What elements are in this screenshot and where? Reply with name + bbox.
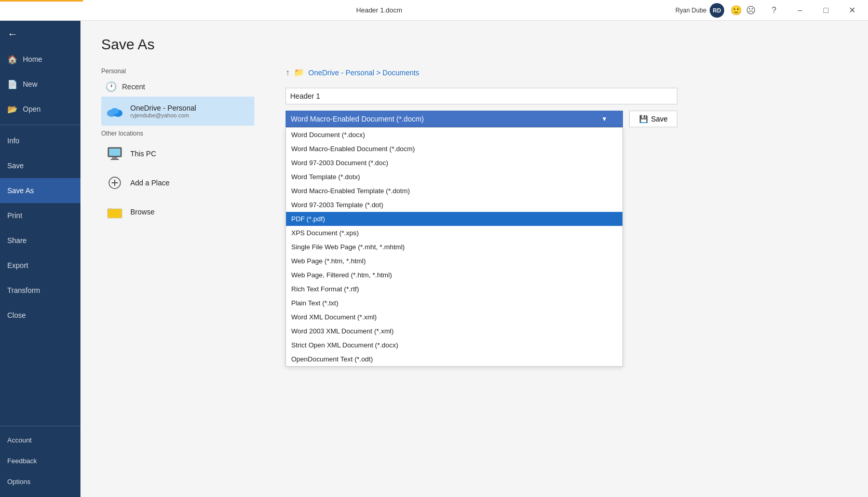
filetype-option-16[interactable]: OpenDocument Text (*.odt) (286, 352, 622, 366)
filetype-row: Word Macro-Enabled Document (*.docm) ▼ W… (286, 111, 677, 127)
filetype-selected[interactable]: Word Macro-Enabled Document (*.docm) ▼ (286, 111, 623, 127)
filetype-option-14[interactable]: Word 2003 XML Document (*.xml) (286, 324, 622, 338)
onedrive-name: OneDrive - Personal (130, 104, 196, 112)
filetype-option-1[interactable]: Word Macro-Enabled Document (*.docm) (286, 142, 622, 156)
maximize-button[interactable]: □ (814, 2, 838, 19)
main-layout: ← 🏠 Home 📄 New 📂 Open Info Save Save (0, 21, 868, 497)
sidebar-item-open[interactable]: 📂 Open (0, 97, 80, 122)
addplace-location-item[interactable]: Add a Place (101, 168, 254, 197)
sidebar-label-account: Account (7, 436, 32, 444)
filetype-option-9[interactable]: Web Page (*.htm, *.html) (286, 254, 622, 268)
save-button-label: Save (651, 115, 668, 123)
recent-label: Recent (122, 83, 145, 91)
saveas-body: Personal 🕐 Recent OneDrive - Perso (80, 63, 868, 497)
sidebar-item-close[interactable]: Close (0, 303, 80, 328)
recent-location-item[interactable]: 🕐 Recent (101, 77, 254, 97)
onedrive-location-item[interactable]: OneDrive - Personal ryjendube@yahoo.com (101, 97, 254, 126)
browse-location-item[interactable]: Browse (101, 197, 254, 226)
filetype-option-10[interactable]: Web Page, Filtered (*.htm, *.html) (286, 268, 622, 282)
path-up-icon[interactable]: ↑ (286, 68, 290, 77)
title-bar-right: Ryan Dube RD 🙂 ☹ ? – □ ✕ (675, 2, 868, 19)
feedback-icons: 🙂 ☹ (730, 5, 756, 16)
sidebar-item-export[interactable]: Export (0, 253, 80, 278)
filetype-option-4[interactable]: Word Macro-Enabled Template (*.dotm) (286, 184, 622, 198)
filename-input[interactable] (286, 88, 677, 104)
sidebar-label-open: Open (23, 105, 40, 113)
open-icon: 📂 (7, 104, 18, 114)
sidebar-item-home[interactable]: 🏠 Home (0, 47, 80, 72)
sidebar-back-button[interactable]: ← (0, 21, 80, 47)
filetype-selected-label: Word Macro-Enabled Document (*.docm) (291, 115, 424, 123)
minimize-button[interactable]: – (788, 2, 812, 19)
sidebar-label-print: Print (7, 211, 22, 220)
filetype-option-15[interactable]: Strict Open XML Document (*.docx) (286, 338, 622, 352)
locations-panel: Personal 🕐 Recent OneDrive - Perso (80, 63, 275, 497)
filetype-option-3[interactable]: Word Template (*.dotx) (286, 170, 622, 184)
path-text[interactable]: OneDrive - Personal > Documents (308, 69, 419, 77)
sidebar-item-saveas[interactable]: Save As (0, 178, 80, 203)
sidebar-item-share[interactable]: Share (0, 228, 80, 253)
filetype-option-8[interactable]: Single File Web Page (*.mht, *.mhtml) (286, 240, 622, 254)
sidebar-item-transform[interactable]: Transform (0, 278, 80, 303)
file-panel: ↑ 📁 OneDrive - Personal > Documents Word… (275, 63, 868, 497)
happy-icon[interactable]: 🙂 (730, 5, 742, 16)
thispc-location-item[interactable]: This PC (101, 139, 254, 168)
sidebar: ← 🏠 Home 📄 New 📂 Open Info Save Save (0, 21, 80, 497)
help-button[interactable]: ? (762, 2, 786, 19)
content-area: Save As Personal 🕐 Recent (80, 21, 868, 497)
sidebar-item-options[interactable]: Options (0, 471, 80, 492)
filetype-option-7[interactable]: XPS Document (*.xps) (286, 226, 622, 240)
path-bar: ↑ 📁 OneDrive - Personal > Documents (286, 63, 852, 82)
personal-label: Personal (101, 63, 254, 77)
save-button[interactable]: 💾 Save (629, 111, 677, 127)
filetype-option-0[interactable]: Word Document (*.docx) (286, 128, 622, 142)
sidebar-label-export: Export (7, 261, 28, 270)
sidebar-item-account[interactable]: Account (0, 429, 80, 450)
onedrive-icon (105, 102, 124, 120)
sidebar-label-home: Home (23, 55, 42, 63)
sidebar-label-share: Share (7, 236, 26, 245)
filetype-option-11[interactable]: Rich Text Format (*.rtf) (286, 282, 622, 296)
svg-point-2 (111, 108, 119, 114)
dropdown-arrow-icon: ▼ (601, 115, 607, 123)
browse-name: Browse (130, 208, 155, 216)
sidebar-label-save: Save (7, 162, 24, 170)
sidebar-label-close: Close (7, 311, 26, 319)
filetype-option-13[interactable]: Word XML Document (*.xml) (286, 310, 622, 324)
other-label: Other locations (101, 126, 254, 139)
filetype-option-6[interactable]: PDF (*.pdf) (286, 212, 622, 226)
svg-rect-6 (111, 159, 119, 160)
sad-icon[interactable]: ☹ (746, 5, 756, 16)
addplace-icon (105, 173, 124, 192)
filetype-option-12[interactable]: Plain Text (*.txt) (286, 296, 622, 310)
addplace-name: Add a Place (130, 179, 170, 187)
sidebar-label-info: Info (7, 137, 19, 145)
thispc-name: This PC (130, 150, 156, 158)
close-button[interactable]: ✕ (840, 2, 864, 19)
sidebar-item-feedback[interactable]: Feedback (0, 450, 80, 471)
user-info: Ryan Dube RD (675, 3, 724, 18)
page-title: Save As (101, 36, 847, 53)
sidebar-item-save[interactable]: Save (0, 153, 80, 178)
sidebar-label-new: New (23, 80, 37, 88)
sidebar-label-options: Options (7, 478, 31, 486)
filetype-option-2[interactable]: Word 97-2003 Document (*.doc) (286, 156, 622, 170)
svg-rect-10 (107, 209, 122, 218)
user-avatar: RD (710, 3, 724, 18)
sidebar-item-new[interactable]: 📄 New (0, 72, 80, 97)
filetype-select-container: Word Macro-Enabled Document (*.docm) ▼ W… (286, 111, 623, 127)
filetype-dropdown: Word Document (*.docx)Word Macro-Enabled… (286, 127, 623, 367)
sidebar-item-info[interactable]: Info (0, 128, 80, 153)
filetype-option-5[interactable]: Word 97-2003 Template (*.dot) (286, 198, 622, 212)
svg-rect-5 (112, 157, 117, 159)
home-icon: 🏠 (7, 55, 18, 64)
thispc-icon (105, 144, 124, 163)
sidebar-nav: 🏠 Home 📄 New 📂 Open Info Save Save As (0, 47, 80, 423)
browse-icon (105, 203, 124, 221)
sidebar-label-transform: Transform (7, 286, 40, 294)
path-folder-icon[interactable]: 📁 (294, 68, 304, 77)
sidebar-divider-2 (0, 426, 80, 426)
recent-icon: 🕐 (105, 81, 117, 92)
sidebar-item-print[interactable]: Print (0, 203, 80, 228)
sidebar-label-saveas: Save As (7, 186, 34, 195)
